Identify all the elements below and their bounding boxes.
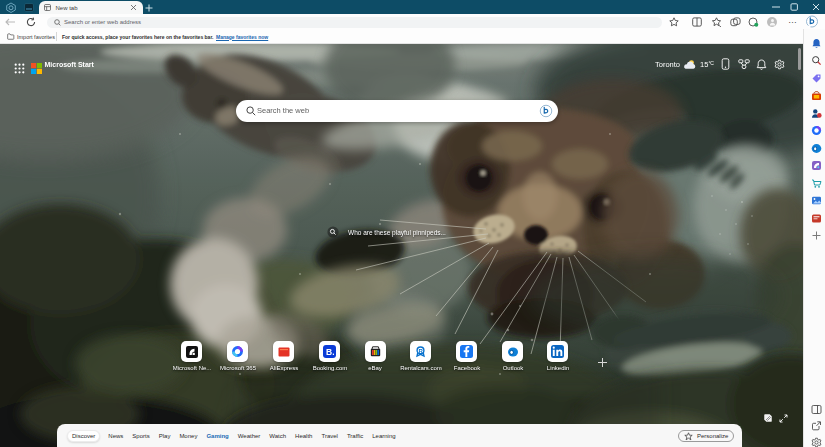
svg-text:B.: B. [326,347,335,357]
svg-text:R: R [419,348,424,354]
